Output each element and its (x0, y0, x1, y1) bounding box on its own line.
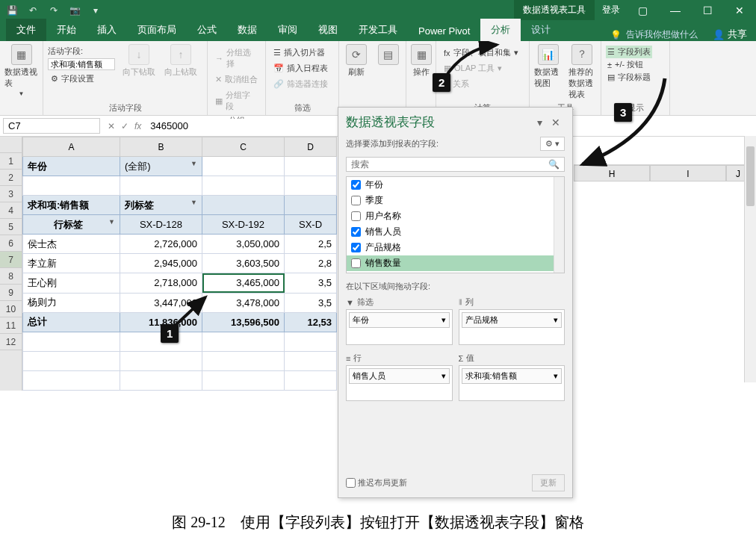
tab-data[interactable]: 数据 (227, 19, 267, 41)
name-box[interactable]: C7 (3, 118, 100, 134)
chip-filter[interactable]: 年份▾ (349, 312, 450, 328)
pivottable-fields-pane[interactable]: 数据透视表字段 ▾ ✕ 选择要添加到报表的字段: ⚙ ▾ 🔍 年份 季度 用户名… (338, 107, 573, 498)
tab-review[interactable]: 审阅 (267, 19, 308, 41)
col-header[interactable]: A (23, 137, 120, 157)
update-button[interactable]: 更新 (532, 474, 565, 491)
tab-analyze[interactable]: 分析 (480, 19, 521, 41)
values-icon: Σ (459, 354, 464, 363)
ribbon-options-icon[interactable]: ▢ (633, 4, 652, 16)
col-header[interactable]: C (202, 137, 285, 157)
redo-icon[interactable]: ↷ (48, 5, 60, 16)
pane-search[interactable]: 🔍 (346, 157, 565, 172)
field-list-scrollbar[interactable] (554, 177, 564, 273)
pane-gear-button[interactable]: ⚙ ▾ (540, 137, 565, 151)
qat-dropdown-icon[interactable]: ▾ (90, 5, 102, 16)
save-icon[interactable]: 💾 (6, 5, 18, 16)
field-label: 销售额 (365, 273, 392, 273)
field-checkbox[interactable] (351, 243, 361, 252)
field-checkbox[interactable] (351, 180, 361, 190)
plusminus-icon: ± (607, 60, 612, 69)
group-active-field-label: 活动字段 (48, 101, 202, 114)
tell-me-box[interactable]: 💡 告诉我你想做什么 (604, 28, 704, 41)
camera-icon[interactable]: 📷 (69, 5, 81, 16)
tell-me-label: 告诉我你想做什么 (626, 28, 698, 41)
pt-col-label[interactable]: 列标签▼ (120, 196, 202, 215)
field-list[interactable]: 年份 季度 用户名称 销售人员 产品规格 销售数量▾ 销售额 (346, 176, 565, 273)
active-cell[interactable]: 3,465,000 (202, 273, 285, 293)
tab-formulas[interactable]: 公式 (187, 19, 227, 41)
defer-checkbox[interactable] (346, 478, 356, 488)
pane-dropdown-icon[interactable]: ▾ (533, 117, 547, 128)
tab-home[interactable]: 开始 (46, 19, 87, 41)
close-icon[interactable]: ✕ (731, 4, 749, 16)
minimize-icon[interactable]: — (666, 4, 685, 16)
field-checkbox[interactable] (351, 196, 361, 205)
pivottable-button[interactable]: ▦ 数据透视表 ▼ (4, 44, 38, 97)
field-list-toggle[interactable]: ☰字段列表 (606, 46, 652, 58)
tab-powerpivot[interactable]: Power Pivot (408, 21, 480, 41)
area-cols-box[interactable]: 产品规格▾ (459, 309, 566, 345)
pane-search-input[interactable] (351, 159, 548, 170)
col-header[interactable]: B (120, 137, 202, 157)
field-label: 销售数量 (365, 257, 401, 270)
insert-timeline-button[interactable]: 📅 插入日程表 (270, 61, 331, 75)
insert-slicer-button[interactable]: ☰ 插入切片器 (270, 46, 328, 60)
tab-insert[interactable]: 插入 (87, 19, 127, 41)
change-source-button[interactable]: ▤ (376, 44, 402, 65)
field-checkbox[interactable] (351, 211, 361, 221)
share-icon: 👤 (713, 29, 725, 40)
area-filter-box[interactable]: 年份▾ (346, 309, 453, 345)
pivot-chart-button[interactable]: 📊数据透视图 (534, 44, 563, 89)
chip-cols[interactable]: 产品规格▾ (462, 312, 563, 328)
accept-formula-icon[interactable]: ✓ (121, 121, 128, 131)
recommend-pt-button[interactable]: ？推荐的数据透视表 (568, 44, 597, 100)
fields-items-sets-button[interactable]: fx 字段、项目和集 ▾ (441, 46, 521, 60)
ungroup-button[interactable]: ✕ 取消组合 (212, 72, 261, 87)
pt-row-label[interactable]: 行标签▼ (23, 215, 120, 235)
vertical-scrollbar[interactable] (744, 136, 756, 382)
field-label: 销售人员 (365, 226, 401, 238)
actions-button[interactable]: ▦操作 (411, 44, 432, 78)
ribbon: ▦ 数据透视表 ▼ 活动字段: ⚙ 字段设置 ↓ 向下钻取 ↑ 向上 (0, 41, 756, 116)
olap-tools-button[interactable]: ▦ OLAP 工具 ▾ (441, 61, 505, 75)
share-button[interactable]: 👤 共享 (704, 28, 756, 41)
col-header[interactable]: I (650, 165, 726, 181)
col-header[interactable]: H (574, 165, 650, 181)
undo-icon[interactable]: ↶ (27, 5, 39, 16)
refresh-button[interactable]: ⟳刷新 (344, 44, 370, 78)
tab-file[interactable]: 文件 (6, 19, 46, 41)
field-settings-label: 字段设置 (61, 73, 94, 84)
chip-vals[interactable]: 求和项:销售额▾ (462, 368, 563, 384)
callout-1: 1 (161, 324, 179, 343)
group-field-button[interactable]: ▦ 分组字段 (212, 88, 261, 114)
login-button[interactable]: 登录 (602, 4, 620, 16)
drillup-button[interactable]: ↑ 向上钻取 (163, 44, 199, 78)
area-cols-label: 列 (465, 297, 474, 308)
maximize-icon[interactable]: ☐ (698, 4, 717, 16)
chip-rows[interactable]: 销售人员▾ (349, 368, 450, 384)
plusminus-toggle[interactable]: ±+/- 按钮 (606, 58, 645, 71)
tab-dev[interactable]: 开发工具 (348, 19, 408, 41)
area-vals-box[interactable]: 求和项:销售额▾ (459, 365, 566, 401)
defer-label: 推迟布局更新 (358, 477, 407, 488)
drilldown-button[interactable]: ↓ 向下钻取 (121, 44, 157, 78)
fx-icon[interactable]: fx (134, 121, 141, 131)
tab-layout[interactable]: 页面布局 (127, 19, 187, 41)
active-field-input[interactable] (48, 58, 115, 70)
tab-view[interactable]: 视图 (308, 19, 348, 41)
area-rows-box[interactable]: 销售人员▾ (346, 365, 453, 401)
pt-col-header: SX-D (285, 215, 337, 235)
pt-filter-value[interactable]: (全部)▼ (120, 157, 202, 176)
cancel-formula-icon[interactable]: ✕ (108, 121, 115, 131)
group-selection-button[interactable]: → 分组选择 (212, 46, 261, 71)
pivottable-icon: ▦ (11, 44, 32, 65)
pane-close-icon[interactable]: ✕ (547, 117, 565, 128)
field-checkbox[interactable] (351, 227, 361, 237)
tab-design[interactable]: 设计 (521, 19, 561, 41)
filter-conn-button[interactable]: 🔗 筛选器连接 (270, 77, 331, 91)
col-header[interactable]: D (285, 137, 337, 157)
field-settings-button[interactable]: ⚙ 字段设置 (48, 72, 115, 86)
callout-2: 2 (433, 73, 450, 92)
field-checkbox[interactable] (351, 258, 361, 268)
field-headers-toggle[interactable]: ▤字段标题 (606, 71, 652, 84)
